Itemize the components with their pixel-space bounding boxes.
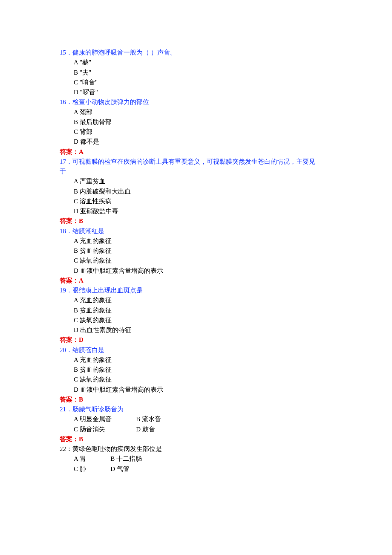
q20-answer: 答案：B — [60, 395, 332, 405]
q21-option-b: B 流水音 — [136, 414, 161, 424]
page: 15．健康的肺泡呼吸音一般为（ ）声音。 A "赫" B "夫" C "哨音" … — [0, 0, 392, 555]
q19-option-a: A 充血的象征 — [60, 295, 332, 305]
q18-option-a: A 充血的象征 — [60, 236, 332, 246]
q20-option-d: D 血液中胆红素含量增高的表示 — [60, 385, 332, 395]
q19-option-c: C 缺氧的象征 — [60, 315, 332, 325]
question-18: 18．结膜潮红是 — [60, 226, 332, 236]
question-22: 22：黄绿色呕吐物的疾病发生部位是 — [60, 444, 332, 454]
q17-option-d: D 亚硝酸盐中毒 — [60, 206, 332, 216]
q22-option-d: D 气管 — [110, 464, 130, 474]
q16-option-d: D 都不是 — [60, 137, 332, 147]
q15-option-d: D "啰音" — [60, 87, 332, 97]
q19-option-d: D 出血性素质的特征 — [60, 325, 332, 335]
q17-option-c: C 溶血性疾病 — [60, 197, 332, 206]
q17-answer: 答案：B — [60, 216, 332, 226]
q18-answer: 答案：A — [60, 276, 332, 286]
q20-option-b: B 贫血的象征 — [60, 365, 332, 375]
q19-answer: 答案：D — [60, 335, 332, 345]
q18-option-b: B 贫血的象征 — [60, 246, 332, 256]
q20-option-c: C 缺氧的象征 — [60, 375, 332, 384]
q16-option-a: A 颈部 — [60, 107, 332, 117]
q22-options-row2: C 肺 D 气管 — [60, 464, 332, 474]
q16-option-b: B 最后肋骨部 — [60, 117, 332, 127]
q19-option-b: B 贫血的象征 — [60, 306, 332, 315]
q20-option-a: A 充血的象征 — [60, 355, 332, 365]
q21-options-row1: A 明显金属音 B 流水音 — [60, 414, 332, 424]
q21-option-a: A 明显金属音 — [74, 414, 135, 424]
q16-option-c: C 背部 — [60, 127, 332, 137]
question-17-line2: 于 — [60, 167, 332, 176]
q17-option-a: A 严重贫血 — [60, 176, 332, 186]
question-19: 19．眼结膜上出现出血斑点是 — [60, 286, 332, 295]
q21-answer: 答案：B — [60, 434, 332, 444]
q21-option-c: C 肠音消失 — [74, 425, 135, 434]
q22-option-b: B 十二指肠 — [110, 454, 142, 464]
question-21: 21．肠臌气听诊肠音为 — [60, 405, 332, 414]
question-16: 16．检查小动物皮肤弹力的部位 — [60, 97, 332, 107]
q15-option-c: C "哨音" — [60, 78, 332, 87]
q16-answer: 答案：A — [60, 147, 332, 157]
question-15: 15．健康的肺泡呼吸音一般为（ ）声音。 — [60, 48, 332, 58]
q21-options-row2: C 肠音消失 D 鼓音 — [60, 425, 332, 434]
question-17-line1: 17．可视黏膜的检查在疾病的诊断上具有重要意义，可视黏膜突然发生苍白的情况，主要… — [60, 157, 332, 167]
question-20: 20．结膜苍白是 — [60, 345, 332, 355]
q15-option-a: A "赫" — [60, 58, 332, 67]
q22-options-row1: A 胃 B 十二指肠 — [60, 454, 332, 464]
q22-option-c: C 肺 — [74, 464, 109, 474]
q17-option-b: B 内脏破裂和大出血 — [60, 187, 332, 197]
q15-option-b: B "夫" — [60, 68, 332, 78]
q18-option-c: C 缺氧的象征 — [60, 256, 332, 266]
q21-option-d: D 鼓音 — [136, 425, 155, 434]
q18-option-d: D 血液中胆红素含量增高的表示 — [60, 266, 332, 276]
q22-option-a: A 胃 — [74, 454, 109, 464]
